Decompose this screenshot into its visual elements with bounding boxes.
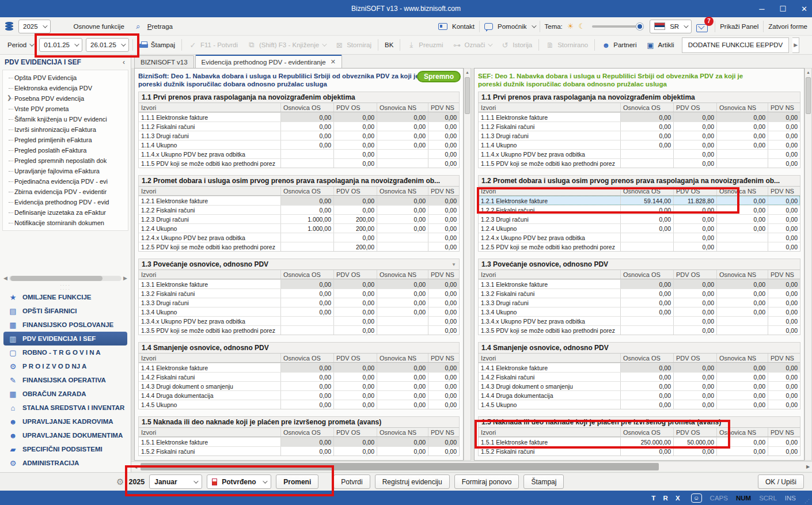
menu-pretraga[interactable]: Pretraga [147, 23, 173, 30]
preuzmi-button[interactable]: ⤓ Preuzmi [404, 39, 446, 51]
table-row[interactable]: 1.4.3 Drugi dokument o smanjenju0,000,00… [139, 381, 459, 390]
table-row[interactable]: 1.3.4.x Ukupno PDV bez prava odbitka0,00… [479, 316, 800, 325]
date-from-select[interactable]: 01.01.25 [39, 38, 82, 52]
table-row[interactable]: 1.1.2 Fiskalni računi0,000,000,000,00 [479, 121, 800, 131]
tab-evidencija-prethodnog-pdv-evidentiranje[interactable]: Evidencija prethodnog PDV - evidentiranj… [195, 55, 342, 68]
table-row[interactable]: 1.4.4 Druga dokumentacija0,000,000,000,0… [139, 390, 459, 400]
scroll-left-icon[interactable]: ◀ [3, 275, 7, 281]
table-row[interactable]: 1.3.5 PDV koji se može odbiti kao pretho… [479, 325, 800, 335]
scroll-thumb[interactable] [141, 463, 659, 470]
table-row[interactable]: 1.4.5 Ukupno0,000,000,000,00 [479, 400, 800, 409]
table-row[interactable]: 1.2.1 Elektronske fakture0,000,000,000,0… [139, 196, 459, 205]
scroll-thumb[interactable] [465, 77, 470, 114]
sidebar-item-op-ti-ifarnici[interactable]: ▤OPŠTI ŠIFARNICI [3, 304, 127, 318]
table-row[interactable]: 1.3.1 Elektronske fakture0,000,000,000,0… [479, 279, 800, 288]
splitter-handle[interactable]: ········ [0, 283, 131, 290]
table-row[interactable]: 1.5.1 Elektronske fakture250.000,0050.00… [479, 437, 800, 446]
tree-item[interactable]: Zbirna evidencija PDV - evidentir [6, 187, 128, 197]
table-row[interactable]: 1.2.3 Drugi računi0,000,000,000,00 [479, 214, 800, 223]
sidebar-item-specifi-ni-podsistemi[interactable]: ▰SPECIFIČNI PODSISTEMI [3, 442, 127, 456]
table-row[interactable]: 1.4.4 Druga dokumentacija0,000,000,000,0… [479, 390, 800, 400]
column-header[interactable]: Izvori [139, 270, 280, 279]
table-row[interactable]: 1.1.5 PDV koji se može odbiti kao pretho… [479, 158, 800, 168]
expand-icon[interactable]: ❯ [7, 94, 12, 101]
scroll-up-icon[interactable]: ▲ [465, 69, 469, 76]
column-header[interactable]: PDV OS [333, 103, 377, 112]
table-row[interactable]: 1.2.4 Ukupno0,000,000,000,00 [479, 223, 800, 233]
zatvori-forme-button[interactable]: Zatvori forme [768, 23, 807, 30]
column-header[interactable]: Osnovica OS [280, 270, 333, 279]
main-hscrollbar[interactable]: ◀ ▶ [131, 461, 812, 471]
column-header[interactable]: PDV NS [428, 187, 459, 195]
column-header[interactable]: Osnovica NS [377, 354, 428, 362]
column-header[interactable]: Izvori [479, 428, 620, 436]
potvrdi-button[interactable]: Potvrdi [333, 474, 370, 489]
prikazi-panel-button[interactable]: Prikaži Panel [720, 23, 758, 30]
table-row[interactable]: 1.3.4.x Ukupno PDV bez prava odbitka0,00… [139, 316, 459, 325]
mail-button[interactable]: 7 [696, 21, 710, 32]
table-row[interactable]: 1.1.4.x Ukupno PDV bez prava odbitka0,00… [139, 149, 459, 158]
language-select[interactable]: SR [650, 20, 692, 33]
column-header[interactable]: PDV NS [768, 428, 800, 436]
table-row[interactable]: 1.1.4 Ukupno0,000,000,000,00 [139, 140, 459, 149]
sun-icon[interactable]: ☀ [567, 22, 574, 31]
scroll-left-icon[interactable]: ◀ [131, 464, 139, 469]
tree-item[interactable]: Posebna PDV evidencija❯ [6, 93, 128, 104]
table-row[interactable]: 1.4.2 Fiskalni računi0,000,000,000,00 [139, 372, 459, 381]
column-header[interactable]: Izvori [139, 187, 280, 195]
column-header[interactable]: Osnovica OS [280, 354, 333, 362]
sidebar-scrollbar[interactable]: ◀ ▶ [3, 274, 127, 282]
left-panel-vscrollbar[interactable]: ▲ [464, 68, 471, 461]
column-header[interactable]: Osnovica NS [716, 187, 768, 195]
column-header[interactable]: Osnovica NS [377, 270, 428, 279]
tree-item[interactable]: Notifikacije storniranih dokumen [6, 218, 128, 228]
sidebar-item-robno-t-r-g-o-v-i-n-a[interactable]: ▢ROBNO - T R G O V I N A [3, 345, 127, 359]
table-row[interactable]: 1.3.3 Drugi računi0,000,000,000,00 [139, 298, 459, 307]
column-header[interactable]: Osnovica NS [716, 103, 768, 112]
column-header[interactable]: PDV OS [333, 428, 377, 436]
tree-item[interactable]: Evidencija prethodnog PDV - evid [6, 197, 128, 207]
table-row[interactable]: 1.4.5 Ukupno0,000,000,000,00 [139, 400, 459, 409]
table-row[interactable]: 1.4.1 Elektronske fakture0,000,000,000,0… [479, 363, 800, 372]
table-row[interactable]: 1.4.1 Elektronske fakture0,000,000,000,0… [139, 363, 459, 372]
scroll-up-icon[interactable]: ▲ [806, 69, 810, 76]
table-row[interactable]: 1.3.4 Ukupno0,000,000,000,00 [139, 307, 459, 316]
column-header[interactable]: PDV NS [428, 270, 459, 279]
partneri-button[interactable]: ☻ Partneri [598, 39, 639, 51]
table-row[interactable]: 1.3.3 Drugi računi0,000,000,000,00 [479, 298, 800, 307]
table-row[interactable]: 1.1.2 Fiskalni računi0,000,000,000,00 [139, 121, 459, 131]
column-header[interactable]: Osnovica OS [620, 354, 673, 362]
tab-biznisoft-v13[interactable]: BIZNISOFT v13 [134, 55, 194, 68]
table-row[interactable]: 1.2.4.x Ukupno PDV bez prava odbitka0,00… [479, 233, 800, 242]
tree-item[interactable]: Elektronska evidencija PDV [6, 83, 128, 93]
moon-icon[interactable]: ☾ [578, 22, 585, 31]
column-header[interactable]: Izvori [139, 354, 280, 362]
table-row[interactable]: 1.4.3 Drugi dokument o smanjenju0,000,00… [479, 381, 800, 390]
table-row[interactable]: 1.5.2 Fiskalni računi0,000,000,000,00 [479, 446, 800, 455]
tree-item[interactable]: Vrste PDV prometa [6, 104, 128, 114]
table-row[interactable]: 1.5.1 Elektronske fakture0,000,000,000,0… [139, 437, 459, 446]
column-header[interactable]: Osnovica OS [620, 187, 673, 195]
sidebar-item-administracija[interactable]: ⚙ADMINISTRACIJA [3, 456, 127, 470]
column-header[interactable]: PDV OS [673, 354, 716, 362]
column-header[interactable]: Osnovica NS [716, 354, 768, 362]
table-row[interactable]: 1.1.1 Elektronske fakture0,000,000,000,0… [479, 112, 800, 121]
table-row[interactable]: 1.2.1 Elektronske fakture59.144,0011.828… [479, 196, 800, 205]
column-header[interactable]: Izvori [479, 103, 620, 112]
column-header[interactable]: PDV NS [428, 103, 459, 112]
table-row[interactable]: 1.2.5 PDV koji se može odbiti kao pretho… [139, 242, 459, 251]
sidebar-item-p-r-o-i-z-v-o-d-nj-a[interactable]: ⚙P R O I Z V O D NJ A [3, 359, 127, 373]
tree-item[interactable]: Izvrši sinhronizaciju eFaktura [6, 124, 128, 135]
table-row[interactable]: 1.1.3 Drugi računi0,000,000,000,00 [479, 131, 800, 140]
table-row[interactable]: 1.3.4 Ukupno0,000,000,000,00 [479, 307, 800, 316]
tree-item[interactable]: Pregled primljenih eFaktura [6, 135, 128, 145]
more-arrow-icon[interactable]: ▶ [792, 37, 799, 53]
stampaj-bottom-button[interactable]: Štampaj [523, 474, 564, 489]
sidebar-item-upravljanje-kadrovima[interactable]: ☻UPRAVLJANJE KADROVIMA [3, 415, 127, 428]
table-row[interactable]: 1.3.2 Fiskalni računi0,000,000,000,00 [139, 288, 459, 298]
sidebar-item-stalna-sredstva-i-inventar[interactable]: ⌂STALNA SREDSTVA I INVENTAR [3, 401, 127, 415]
table-row[interactable]: 1.2.4.x Ukupno PDV bez prava odbitka0,00… [139, 233, 459, 242]
table-row[interactable]: 1.4.2 Fiskalni računi0,000,000,000,00 [479, 372, 800, 381]
promeni-button[interactable]: Promeni [276, 474, 318, 489]
tree-item[interactable]: Pregled poslatih eFaktura [6, 145, 128, 155]
